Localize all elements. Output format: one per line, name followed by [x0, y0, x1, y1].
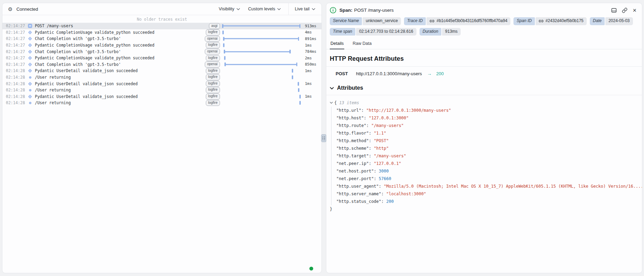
attribute-key: "http.user_agent" — [336, 184, 379, 189]
connection-status: ⚙ Connected — [2, 3, 219, 15]
trace-timeline-zone — [222, 74, 302, 81]
trace-row[interactable]: 02:14:27 Chat Completion with 'gpt-3.5-t… — [2, 61, 321, 68]
badge-value-text: 913ms — [445, 29, 458, 34]
trace-row[interactable]: 02:14:28 /User returning logfire — [2, 74, 321, 81]
attribute-value: "POST" — [374, 138, 388, 143]
http-request-summary-row: POST http://127.0.0.1:3000/many-users → … — [326, 67, 642, 76]
settings-gear-icon[interactable]: ⚙ — [8, 7, 12, 12]
attribute-row: "http.target": "/many-users" — [336, 152, 638, 160]
chevron-down-icon — [312, 8, 315, 10]
trace-duration-bar — [298, 82, 299, 86]
trace-label: Pydantic UserDetail validate_json succee… — [35, 81, 203, 86]
attribute-row: "net.host.port": 3000 — [336, 167, 638, 175]
link-icon — [539, 19, 544, 23]
span-diamond-icon — [28, 50, 32, 53]
trace-label: Chat Completion with 'gpt-3.5-turbo' — [35, 49, 203, 54]
badge-value[interactable]: #b1c445ef3b0b43116df5760ffb470a94 — [426, 17, 510, 25]
http-method: POST — [336, 71, 356, 76]
span-title: Span:POST /many-users — [339, 8, 394, 13]
span-kind-label: Span: — [339, 8, 353, 13]
attribute-key: "http.flavor" — [336, 131, 369, 136]
visibility-dropdown[interactable]: Visibility — [219, 7, 240, 11]
http-request-attributes-heading: HTTP Request Attributes — [326, 49, 642, 62]
dock-panel-icon[interactable] — [611, 8, 617, 13]
metadata-badge: Duration 913ms — [420, 28, 461, 36]
trace-timestamp: 02:14:27 — [6, 30, 25, 35]
attribute-row: "http.user_agent": "Mozilla/5.0 (Macinto… — [336, 183, 638, 190]
attribute-value: "http" — [374, 146, 388, 151]
attribute-row: "http.method": "POST" — [336, 137, 638, 145]
trace-timestamp: 02:14:28 — [6, 100, 25, 105]
attribute-row: "http.flavor": "1.1" — [336, 129, 638, 137]
trace-timestamp: 02:14:27 — [6, 49, 25, 54]
trace-row-icon-wrap — [25, 63, 35, 66]
attribute-row: "http.host": "127.0.0.1:3000" — [336, 114, 638, 122]
span-diamond-icon — [28, 30, 32, 34]
badge-value-text: #2432d40ef5b0b175 — [546, 18, 584, 24]
trace-duration-bar — [224, 64, 297, 65]
trace-scope-tag: logfire — [206, 93, 220, 100]
panel-resize-grip[interactable] — [321, 134, 326, 142]
attribute-value: "Mozilla/5.0 (Macintosh; Intel Mac OS X … — [384, 184, 642, 189]
link-icon — [430, 19, 434, 23]
no-older-traces-notice: No older traces exist — [2, 15, 321, 23]
trace-duration-text: 1ms — [302, 81, 321, 86]
attribute-row: "http.route": "/many-users" — [336, 122, 638, 129]
attribute-key: "http.server_name" — [336, 191, 381, 196]
tab-details[interactable]: Details — [330, 40, 344, 49]
trace-scope-tag: logfire — [206, 87, 220, 93]
attribute-value: "/many-users" — [374, 154, 406, 158]
custom-levels-dropdown[interactable]: Custom levels — [248, 7, 281, 11]
attribute-row: "http.scheme": "http" — [336, 145, 638, 152]
attribute-row: "http.server_name": "localhost:3000" — [336, 190, 638, 198]
trace-row[interactable]: 02:14:27 Chat Completion with 'gpt-3.5-t… — [2, 48, 321, 55]
trace-row[interactable]: 02:14:28 /User returning logfire — [2, 100, 321, 106]
trace-duration-text: 4ms — [302, 30, 321, 34]
trace-duration-bar — [224, 51, 291, 52]
trace-label: Pydantic CompletionUsage validate_python… — [35, 30, 203, 35]
trace-scope-tag: logfire — [206, 74, 220, 80]
trace-timestamp: 02:14:27 — [6, 62, 25, 67]
copy-link-icon[interactable] — [622, 8, 627, 13]
info-icon — [330, 7, 336, 13]
trace-duration-text: 850ms — [302, 62, 321, 67]
trace-duration-bar — [292, 76, 293, 79]
log-dot-icon — [29, 89, 31, 91]
trace-duration-text: 784ms — [302, 49, 321, 54]
badge-value-text: unknown_service — [366, 18, 398, 24]
trace-row[interactable]: 02:14:27 Pydantic CompletionUsage valida… — [2, 29, 321, 36]
trace-row[interactable]: 02:14:28 Pydantic UserDetail validate_js… — [2, 93, 321, 100]
trace-row-icon-wrap — [25, 69, 35, 72]
attribute-value: "localhost:3000" — [386, 191, 426, 196]
trace-duration-text: 2ms — [302, 56, 321, 60]
trace-scope-tag: logfire — [206, 42, 220, 48]
span-diamond-icon — [28, 69, 32, 73]
close-icon[interactable]: × — [633, 7, 636, 13]
badge-value: 913ms — [442, 28, 461, 36]
trace-scope-tag: logfire — [206, 81, 220, 87]
live-tail-dropdown[interactable]: Live tail — [288, 3, 321, 15]
trace-row[interactable]: 02:14:27 Pydantic CompletionUsage valida… — [2, 42, 321, 49]
trace-row[interactable]: 02:14:28 Pydantic UserDetail validate_js… — [2, 68, 321, 74]
span-diamond-icon — [28, 37, 32, 41]
trace-scope-tag: openai — [205, 36, 220, 42]
badge-label: Service Name — [330, 17, 362, 25]
badge-label: Span ID — [513, 17, 535, 25]
trace-row[interactable]: 02:14:28 Pydantic UserDetail validate_js… — [2, 80, 321, 87]
badge-value[interactable]: #2432d40ef5b0b175 — [536, 17, 587, 25]
trace-row[interactable]: 02:14:27 POST /many-users asgi 913ms — [2, 23, 321, 29]
attributes-section-toggle[interactable]: Attributes — [326, 76, 642, 91]
collapse-toggle-icon[interactable] — [28, 24, 32, 28]
trace-row[interactable]: 02:14:27 Pydantic CompletionUsage valida… — [2, 55, 321, 61]
trace-row[interactable]: 02:14:27 Chat Completion with 'gpt-3.5-t… — [2, 36, 321, 42]
span-name: POST /many-users — [354, 8, 394, 13]
json-entries: "http.url": "http://127.0.0.1:3000/many-… — [331, 107, 638, 205]
trace-timestamp: 02:14:28 — [6, 75, 25, 80]
trace-row[interactable]: 02:14:28 /User returning logfire — [2, 87, 321, 93]
attribute-value: 3000 — [379, 169, 389, 174]
trace-timeline-zone — [222, 42, 302, 49]
json-root-toggle[interactable]: { 13 items — [330, 99, 638, 107]
attribute-key: "http.method" — [336, 138, 369, 143]
tab-raw-data[interactable]: Raw Data — [352, 40, 372, 49]
trace-scope-tag: openai — [205, 49, 220, 55]
